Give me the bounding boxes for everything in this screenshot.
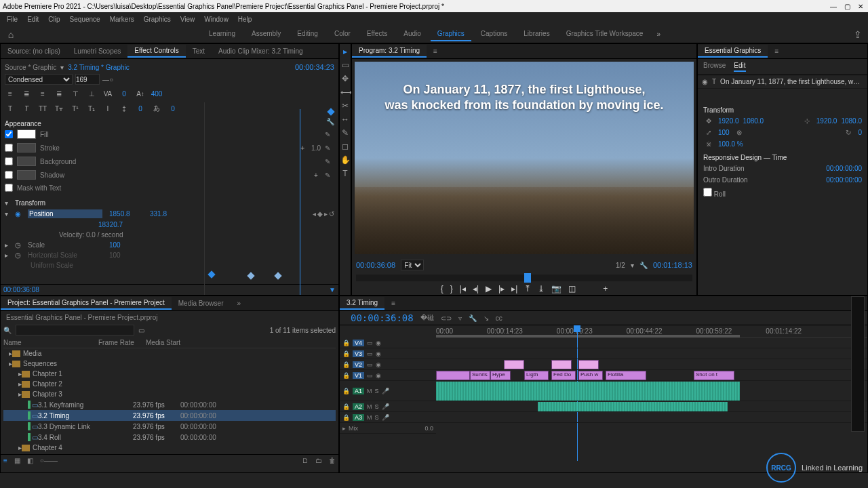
extract-icon[interactable]: ⤓ [538, 284, 545, 293]
track-label[interactable]: A2 [353, 403, 364, 410]
bezier-handle-icon[interactable] [274, 272, 281, 279]
col-framerate[interactable]: Frame Rate [98, 339, 146, 346]
lock-icon[interactable]: 🔒 [342, 372, 350, 379]
project-item[interactable]: ▸Chapter 2 [3, 379, 336, 389]
project-item[interactable]: ▸Media [3, 348, 336, 359]
lift-icon[interactable]: ⤒ [524, 284, 531, 293]
linked-selection-icon[interactable]: ⊂⊃ [441, 314, 452, 322]
menu-help[interactable]: Help [234, 14, 256, 24]
tsume-value[interactable]: 0 [167, 104, 178, 113]
search-icon[interactable]: 🔍 [3, 327, 12, 334]
project-item[interactable]: ▭ 3.1 Keyframing23.976 fps00:00:00:00 [3, 399, 336, 410]
voice-icon[interactable]: 🎤 [382, 388, 389, 394]
video-clip[interactable]: Ligth [524, 371, 549, 380]
voice-icon[interactable]: 🎤 [382, 414, 389, 421]
timeline-ruler[interactable]: 00:0000:00:14:2300:00:29:2300:00:44:2200… [436, 325, 867, 338]
link-icon[interactable]: ⊗ [734, 129, 745, 136]
smallcaps-icon[interactable]: Tᴛ [54, 104, 64, 113]
view-icon-icon[interactable]: ▦ [14, 457, 20, 464]
bezier-handle-icon[interactable] [247, 272, 254, 279]
layer-visibility-icon[interactable]: ◉ [702, 78, 708, 85]
source-tab[interactable]: Source: (no clips) [1, 45, 67, 57]
superscript-icon[interactable]: T¹ [70, 104, 81, 113]
video-track[interactable] [436, 359, 867, 370]
tool-icon[interactable]: ✎ [340, 128, 350, 138]
align-center-icon[interactable]: ≣ [21, 89, 32, 98]
allcaps-icon[interactable]: TT [37, 104, 48, 113]
audio-track[interactable] [436, 381, 867, 401]
color-swatch[interactable] [17, 157, 36, 166]
eg-tab-edit[interactable]: Edit [734, 62, 745, 72]
col-name[interactable]: Name [3, 339, 98, 346]
mute-icon[interactable]: M [367, 414, 372, 421]
graphic-clip[interactable] [578, 360, 599, 369]
audio-clip[interactable] [436, 382, 740, 401]
mask-with-text-checkbox[interactable] [5, 184, 13, 192]
anchor-icon[interactable]: ⊹ [802, 117, 812, 125]
video-track[interactable] [436, 338, 867, 348]
program-viewer[interactable]: On January 11, 1877, the first Lighthous… [355, 62, 694, 254]
track-label[interactable]: A1 [353, 388, 364, 394]
workspace-captions[interactable]: Captions [474, 27, 514, 41]
position-x[interactable]: 1850.8 [109, 210, 143, 218]
audio-track-header[interactable]: 🔒A1MS🎤 [340, 381, 436, 401]
eg-pos-x[interactable]: 1920.0 [718, 117, 739, 125]
workspace-libraries[interactable]: Libraries [517, 27, 556, 41]
video-track-header[interactable]: 🔒V3▭◉ [340, 348, 436, 359]
track-label[interactable]: V2 [353, 361, 364, 368]
mute-icon[interactable]: M [367, 403, 372, 410]
tool-icon[interactable]: ⟷ [340, 87, 350, 97]
tab-overflow-icon[interactable]: » [230, 298, 248, 309]
project-item[interactable]: ▭ 3.2 Timing23.976 fps00:00:00:00 [3, 410, 336, 421]
opacity-icon[interactable]: ※ [703, 140, 714, 148]
delete-icon[interactable]: 🗑 [329, 457, 336, 464]
transform-twirl-icon[interactable]: ▾ [5, 199, 8, 207]
workspace-effects[interactable]: Effects [360, 27, 394, 41]
scale-icon[interactable]: ⤢ [703, 129, 714, 136]
ec-playhead[interactable] [300, 109, 300, 296]
align-left-icon[interactable]: ≡ [5, 89, 16, 98]
position-property[interactable]: Position [28, 209, 102, 218]
program-scrubber[interactable] [356, 274, 692, 281]
step-back-icon[interactable]: ◂| [473, 284, 479, 293]
tool-icon[interactable]: ◻ [340, 142, 350, 151]
toggle-output-icon[interactable]: ▭ [367, 340, 373, 346]
solo-icon[interactable]: S [375, 414, 379, 421]
timeline-timecode[interactable]: 00:00:36:08 [351, 312, 414, 323]
keyframe-diamond-icon[interactable] [208, 270, 215, 278]
audio-track[interactable] [436, 401, 867, 412]
menu-sequence[interactable]: Sequence [66, 14, 104, 24]
view-list-icon[interactable]: ≡ [3, 457, 7, 464]
position-twirl-icon[interactable]: ▾ [5, 210, 8, 218]
scale-value[interactable]: 100 [109, 241, 143, 249]
export-frame-icon[interactable]: 📷 [551, 284, 561, 293]
lock-icon[interactable]: 🔒 [342, 340, 350, 346]
scale-twirl-icon[interactable]: ▸ [5, 241, 8, 249]
source-tab[interactable]: Effect Controls [127, 45, 185, 58]
tool-icon[interactable]: ▸ [340, 47, 350, 56]
align-justify-icon[interactable]: ≣ [54, 89, 64, 98]
hscale-stopwatch-icon[interactable]: ◷ [15, 251, 21, 259]
source-tab[interactable]: Lumetri Scopes [67, 45, 127, 57]
font-family-select[interactable]: Condensed [5, 74, 73, 85]
solo-icon[interactable]: S [375, 388, 379, 394]
audio-track-header[interactable]: 🔒A2MS🎤 [340, 401, 436, 412]
go-to-in-icon[interactable]: |◂ [460, 284, 466, 293]
scale-property[interactable]: Scale [28, 241, 102, 249]
eg-panel-tab[interactable]: Essential Graphics [698, 45, 768, 58]
tsume-icon[interactable]: あ [151, 104, 162, 113]
tool-icon[interactable]: ✋ [340, 155, 350, 165]
graphic-clip[interactable] [504, 360, 524, 369]
outro-duration-value[interactable]: 00:00:00:00 [826, 176, 862, 184]
project-item[interactable]: ▸Chapter 3 [3, 389, 336, 399]
video-clip[interactable]: Push w [578, 371, 603, 380]
mix-value[interactable]: 0.0 [425, 425, 433, 432]
appearance-checkbox[interactable] [5, 130, 13, 138]
video-clip[interactable]: Flotilla [606, 371, 646, 380]
settings-icon[interactable]: 🔧 [469, 314, 477, 322]
col-mediastart[interactable]: Media Start [146, 339, 193, 346]
font-size-input[interactable] [75, 74, 100, 85]
project-tab[interactable]: Project: Essential Graphics Panel - Prem… [1, 297, 172, 310]
tool-icon[interactable]: ▭ [340, 60, 350, 70]
panel-menu-icon[interactable]: ≡ [427, 45, 444, 57]
